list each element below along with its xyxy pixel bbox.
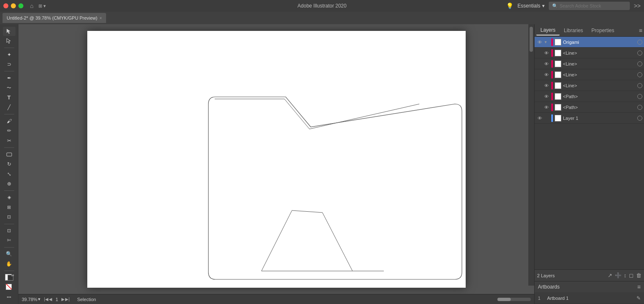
zoom-first-button[interactable]: |◀: [44, 297, 48, 301]
layer-visibility-icon[interactable]: 👁: [536, 39, 543, 46]
panel-collapse-button[interactable]: >>: [634, 3, 641, 9]
layer-label: <Line>: [563, 51, 636, 56]
layer-visibility-icon[interactable]: 👁: [543, 71, 550, 78]
line1-layer-row[interactable]: 👁 <Line>: [535, 48, 644, 58]
vertical-scrollbar[interactable]: [528, 24, 534, 286]
layer-thumbnail: [555, 61, 561, 67]
essentials-label: Essentials: [517, 3, 540, 9]
layer-target-indicator[interactable]: [637, 51, 642, 56]
zoom-last-button[interactable]: ▶|: [65, 297, 70, 301]
type-tool-button[interactable]: T: [3, 93, 15, 102]
artboard: [87, 31, 466, 288]
layer-label: Origami: [563, 40, 636, 45]
layer-target-indicator[interactable]: [637, 105, 642, 110]
layer-visibility-icon[interactable]: 👁: [543, 82, 550, 89]
libraries-tab[interactable]: Libraries: [560, 26, 587, 35]
artboard-tool-button[interactable]: ⊡: [3, 226, 15, 235]
direct-selection-tool-button[interactable]: [3, 37, 15, 46]
home-button[interactable]: ⌂: [28, 2, 36, 10]
tool-separator-6: [4, 224, 14, 224]
layer1-row[interactable]: 👁 Layer 1: [535, 113, 644, 124]
artboard-edit-icon[interactable]: ✎: [636, 295, 641, 301]
layer-color-indicator: [551, 114, 553, 122]
layer-label: <Path>: [563, 105, 636, 110]
layer-target-indicator[interactable]: [637, 116, 642, 121]
pen-tool-button[interactable]: ✒: [3, 73, 15, 83]
magic-wand-tool-button[interactable]: ✦: [3, 50, 15, 59]
layer-target-indicator[interactable]: [637, 83, 642, 88]
minimize-button[interactable]: [11, 3, 16, 8]
slice-tool-button[interactable]: ✄: [3, 236, 15, 245]
selection-tool-button[interactable]: [3, 27, 15, 36]
zoom-nav-arrows: |◀ ◀: [44, 297, 52, 301]
close-button[interactable]: [3, 3, 8, 8]
zoom-next-button[interactable]: ▶: [61, 297, 65, 301]
artboard-1-row[interactable]: 1 Artboard 1 ✎: [535, 292, 644, 304]
swap-colors-icon[interactable]: ⇄: [11, 274, 14, 277]
fill-none-button[interactable]: [3, 283, 15, 292]
layers-tab[interactable]: Layers: [536, 25, 560, 35]
color-boxes[interactable]: ⇄: [3, 273, 15, 282]
line2-layer-row[interactable]: 👁 <Line>: [535, 58, 644, 69]
layer-visibility-icon[interactable]: 👁: [543, 61, 550, 67]
search-stock-input[interactable]: [560, 3, 626, 8]
zoom-dropdown-icon[interactable]: ▾: [38, 296, 41, 302]
maximize-button[interactable]: [18, 3, 23, 8]
curvature-tool-button[interactable]: 〜: [3, 84, 15, 93]
move-selection-button[interactable]: ↕: [624, 272, 627, 279]
symbol-sprayer-button[interactable]: ⊞: [3, 203, 15, 212]
layer-visibility-icon[interactable]: 👁: [543, 104, 550, 111]
artboards-title: Artboards: [538, 284, 560, 290]
rotate-tool-button[interactable]: ↻: [3, 160, 15, 169]
search-stock-field[interactable]: 🔍: [549, 2, 630, 10]
layer-thumbnail: [555, 50, 561, 56]
line3-layer-row[interactable]: 👁 <Line>: [535, 69, 644, 80]
template-button[interactable]: ◻: [629, 272, 634, 279]
make-sublayer-button[interactable]: ↗: [608, 272, 612, 279]
zoom-prev-button[interactable]: ◀: [49, 297, 52, 301]
delete-layer-button[interactable]: 🗑: [636, 272, 641, 279]
eraser-tool-button[interactable]: [3, 150, 15, 159]
more-tools-button[interactable]: •••: [3, 293, 15, 302]
tool-separator-4: [4, 147, 14, 148]
paintbrush-tool-button[interactable]: 🖌: [3, 117, 15, 126]
line-tool-button[interactable]: ╱: [3, 103, 15, 112]
line4-layer-row[interactable]: 👁 <Line>: [535, 80, 644, 91]
artboards-menu-button[interactable]: ≡: [637, 284, 641, 290]
blend-tool-button[interactable]: ◈: [3, 193, 15, 202]
vertical-scrollbar-thumb[interactable]: [530, 27, 533, 52]
canvas-container[interactable]: [18, 24, 534, 294]
path2-layer-row[interactable]: 👁 <Path>: [535, 102, 644, 113]
lasso-tool-button[interactable]: ⊃: [3, 60, 15, 69]
document-tab[interactable]: Untitled-2* @ 39.78% (CMYK/GPU Preview) …: [3, 13, 106, 23]
create-layer-button[interactable]: ➕: [615, 272, 621, 279]
layer-visibility-icon[interactable]: 👁: [543, 50, 550, 56]
tab-close-button[interactable]: ×: [99, 16, 102, 20]
status-progress-bar: [497, 298, 531, 301]
layer-visibility-icon[interactable]: 👁: [536, 115, 543, 122]
layers-count: 2 Layers: [537, 273, 555, 278]
layer-color-indicator: [551, 93, 553, 100]
layer-target-indicator[interactable]: [637, 40, 642, 45]
scale-tool-button[interactable]: ⤡: [3, 170, 15, 179]
layer-label: <Line>: [563, 72, 636, 77]
pencil-tool-button[interactable]: ✏: [3, 127, 15, 136]
layer-target-indicator[interactable]: [637, 72, 642, 77]
path1-layer-row[interactable]: 👁 <Path>: [535, 91, 644, 102]
zoom-tool-button[interactable]: 🔍: [3, 249, 15, 258]
artboards-section: Artboards ≡ 1 Artboard 1 ✎: [535, 281, 644, 304]
panel-menu-button[interactable]: ≡: [639, 27, 642, 34]
properties-tab[interactable]: Properties: [587, 26, 619, 35]
layer-expand-icon[interactable]: ▾: [545, 40, 550, 44]
layer-target-indicator[interactable]: [637, 94, 642, 99]
shaper-tool-button[interactable]: ✂: [3, 136, 15, 145]
hand-tool-button[interactable]: ✋: [3, 259, 15, 269]
layout-button[interactable]: ⊞▾: [38, 3, 46, 9]
warp-tool-button[interactable]: ⊕: [3, 179, 15, 188]
layer-target-indicator[interactable]: [637, 61, 642, 66]
origami-layer-row[interactable]: 👁 ▾ Origami: [535, 37, 644, 48]
graph-tool-button[interactable]: ⊡: [3, 213, 15, 222]
layer-visibility-icon[interactable]: 👁: [543, 93, 550, 100]
layers-panel: 👁 ▾ Origami 👁 <Line> 👁 <Line>: [535, 37, 644, 269]
essentials-button[interactable]: Essentials ▾: [517, 3, 545, 9]
